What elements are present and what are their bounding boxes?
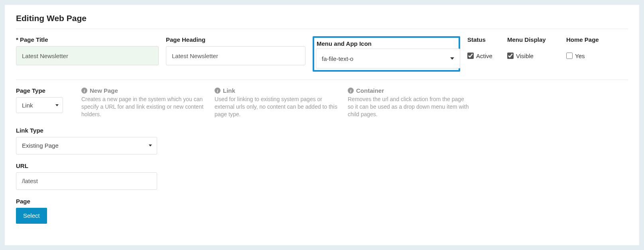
desc-new-page: i New Page Creates a new page in the sys… bbox=[81, 87, 205, 118]
desc-container-text: Removes the url and click action from th… bbox=[348, 96, 471, 118]
label-home-page: Home Page bbox=[566, 36, 606, 43]
label-page-heading: Page Heading bbox=[166, 36, 305, 43]
url-input[interactable] bbox=[16, 172, 157, 190]
page-heading-input[interactable] bbox=[166, 46, 305, 65]
desc-link: i Link Used for linking to existing syst… bbox=[215, 87, 338, 118]
label-status: Status bbox=[467, 36, 500, 43]
status-active-label: Active bbox=[476, 53, 492, 59]
home-page-yes-checkbox[interactable] bbox=[566, 53, 573, 59]
label-page: Page bbox=[16, 198, 160, 205]
chevron-down-icon bbox=[450, 57, 454, 60]
chevron-down-icon bbox=[55, 104, 59, 106]
label-menu-icon: Menu and App Icon bbox=[314, 38, 459, 47]
page-title-input[interactable] bbox=[16, 46, 159, 65]
row-page-type: Page Type Link i New Page Creates a new … bbox=[16, 87, 628, 118]
label-link-type: Link Type bbox=[16, 127, 160, 134]
desc-container: i Container Removes the url and click ac… bbox=[348, 87, 471, 118]
field-status: Status Active bbox=[467, 36, 500, 65]
field-home-page: Home Page Yes bbox=[566, 36, 606, 65]
page-type-select[interactable]: Link bbox=[16, 97, 63, 113]
divider bbox=[16, 29, 628, 29]
chevron-down-icon bbox=[149, 145, 152, 146]
label-menu-display: Menu Display bbox=[507, 36, 559, 43]
field-page-heading: Page Heading bbox=[166, 36, 305, 65]
desc-new-page-text: Creates a new page in the system which y… bbox=[81, 96, 205, 118]
label-url: URL bbox=[16, 162, 160, 169]
lower-fields: Link Type Existing Page URL Page Select bbox=[16, 127, 160, 224]
field-page-title: * Page Title bbox=[16, 36, 159, 65]
desc-container-title: Container bbox=[356, 87, 384, 94]
status-active-checkbox[interactable] bbox=[467, 53, 474, 59]
field-menu-icon: Menu and App Icon fa-file-text-o bbox=[313, 36, 460, 72]
label-page-type: Page Type bbox=[16, 87, 72, 94]
info-icon: i bbox=[81, 88, 87, 94]
field-menu-display: Menu Display Visible bbox=[507, 36, 559, 65]
info-icon: i bbox=[215, 88, 221, 94]
page-title: Editing Web Page bbox=[16, 14, 628, 23]
field-page-type: Page Type Link bbox=[16, 87, 72, 113]
field-page: Page Select bbox=[16, 198, 160, 224]
desc-new-page-title: New Page bbox=[90, 87, 118, 94]
desc-link-text: Used for linking to existing system page… bbox=[215, 96, 338, 118]
label-page-title: * Page Title bbox=[16, 36, 159, 43]
link-type-select[interactable]: Existing Page bbox=[16, 137, 157, 154]
row-primary-fields: * Page Title Page Heading Menu and App I… bbox=[16, 36, 628, 72]
page-type-value: Link bbox=[22, 102, 33, 109]
menu-display-visible-checkbox[interactable] bbox=[507, 53, 514, 59]
link-type-value: Existing Page bbox=[22, 142, 59, 149]
menu-icon-highlight-box: Menu and App Icon fa-file-text-o bbox=[313, 36, 460, 72]
menu-icon-value: fa-file-text-o bbox=[322, 55, 353, 62]
menu-icon-select[interactable]: fa-file-text-o bbox=[316, 49, 460, 68]
editing-panel: Editing Web Page * Page Title Page Headi… bbox=[5, 5, 639, 245]
home-page-yes-label: Yes bbox=[575, 53, 585, 59]
menu-display-visible-label: Visible bbox=[516, 53, 534, 59]
select-page-button[interactable]: Select bbox=[16, 208, 47, 224]
field-url: URL bbox=[16, 162, 160, 190]
field-link-type: Link Type Existing Page bbox=[16, 127, 160, 154]
desc-link-title: Link bbox=[223, 87, 235, 94]
divider bbox=[16, 80, 628, 80]
info-icon: i bbox=[348, 88, 354, 94]
